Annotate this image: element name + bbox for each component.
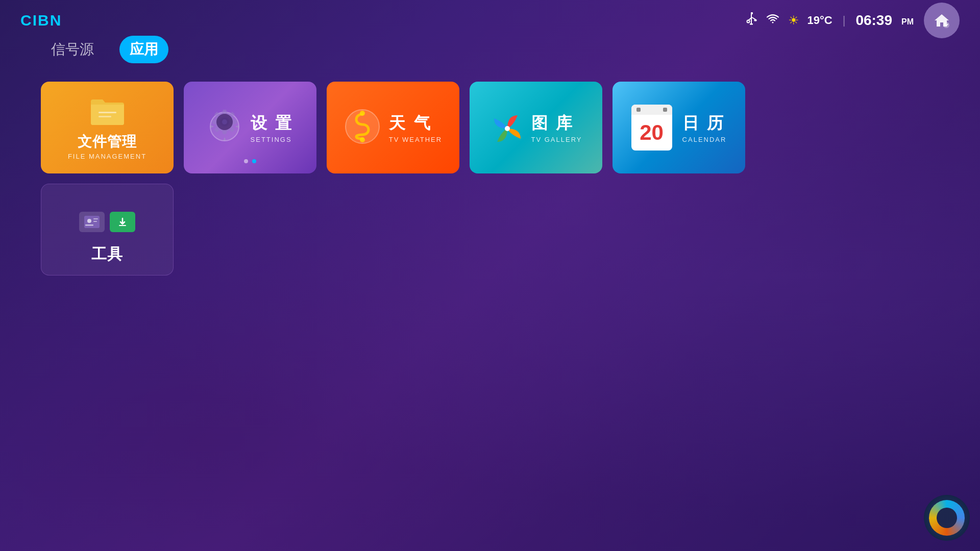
temperature-display: 19°C bbox=[807, 14, 832, 27]
wifi-icon bbox=[766, 13, 780, 28]
tools-label-cn: 工具 bbox=[41, 244, 173, 265]
nav-tab-source[interactable]: 信号源 bbox=[41, 36, 104, 63]
app-tile-settings[interactable]: 设 置 SETTINGS bbox=[184, 82, 316, 173]
weather-label-cn: 天 气 bbox=[389, 112, 442, 135]
dot-1 bbox=[244, 159, 248, 163]
watermark-ring bbox=[929, 500, 965, 536]
app-tile-calendar[interactable]: 20 日 历 CALENDAR bbox=[612, 82, 745, 173]
nav-tab-apps[interactable]: 应用 bbox=[119, 36, 168, 63]
calendar-label-cn: 日 历 bbox=[682, 112, 727, 135]
svg-point-18 bbox=[505, 126, 510, 131]
gallery-label-cn: 图 库 bbox=[531, 112, 582, 135]
svg-rect-21 bbox=[85, 224, 93, 226]
svg-rect-22 bbox=[93, 218, 98, 219]
file-management-label-cn: 文件管理 bbox=[78, 132, 137, 152]
svg-point-17 bbox=[360, 137, 365, 142]
svg-rect-6 bbox=[751, 20, 752, 23]
settings-pagination bbox=[244, 159, 256, 163]
weather-logo-icon bbox=[344, 108, 381, 147]
svg-point-16 bbox=[360, 111, 365, 116]
weather-label-en: TV WEATHER bbox=[389, 136, 442, 143]
calendar-content: 20 日 历 CALENDAR bbox=[631, 105, 727, 151]
svg-point-20 bbox=[87, 219, 91, 223]
svg-line-4 bbox=[752, 17, 755, 19]
settings-label-cn: 设 置 bbox=[251, 112, 294, 135]
file-folder-icon bbox=[88, 95, 127, 128]
app-tile-weather[interactable]: 天 气 TV WEATHER bbox=[327, 82, 459, 173]
weather-content: 天 气 TV WEATHER bbox=[344, 108, 442, 147]
app-tile-file-management[interactable]: 文件管理 FILE MANAGEMENT bbox=[41, 82, 174, 173]
time-separator: | bbox=[843, 14, 846, 27]
gallery-pinwheel-icon bbox=[490, 111, 523, 144]
sun-icon: ☀ bbox=[788, 13, 799, 28]
time-period: PM bbox=[901, 17, 914, 27]
svg-rect-10 bbox=[99, 116, 111, 117]
status-bar: ☀ 19°C | 06:39 PM bbox=[746, 12, 914, 29]
app-tile-gallery[interactable]: 图 库 TV GALLERY bbox=[470, 82, 602, 173]
header-right: ☀ 19°C | 06:39 PM bbox=[746, 3, 960, 38]
svg-rect-25 bbox=[119, 225, 126, 226]
svg-point-8 bbox=[943, 22, 949, 28]
calendar-ring-right bbox=[663, 108, 667, 112]
app-tile-tools[interactable]: 工具 bbox=[41, 184, 174, 276]
header-left: CIBN bbox=[20, 12, 62, 29]
nav-tabs: 信号源 应用 bbox=[41, 36, 168, 63]
calendar-text: 日 历 CALENDAR bbox=[682, 112, 727, 143]
svg-rect-0 bbox=[751, 12, 753, 14]
tools-icons-row bbox=[79, 212, 135, 232]
usb-icon bbox=[746, 12, 757, 29]
watermark bbox=[924, 495, 970, 541]
apps-grid: 文件管理 FILE MANAGEMENT bbox=[41, 82, 939, 276]
contact-icon bbox=[79, 212, 105, 232]
time-display: 06:39 bbox=[855, 12, 892, 29]
home-button[interactable] bbox=[924, 3, 960, 38]
svg-rect-5 bbox=[754, 19, 756, 21]
calendar-rings bbox=[631, 105, 672, 115]
watermark-center bbox=[937, 508, 957, 528]
gallery-content: 图 库 TV GALLERY bbox=[490, 111, 582, 144]
dot-2 bbox=[252, 159, 256, 163]
calendar-label-en: CALENDAR bbox=[682, 136, 727, 143]
apps-row-1: 文件管理 FILE MANAGEMENT bbox=[41, 82, 939, 173]
weather-text: 天 气 TV WEATHER bbox=[389, 112, 442, 143]
svg-point-14 bbox=[222, 119, 227, 124]
apps-row-2: 工具 bbox=[41, 184, 939, 276]
calendar-ring-left bbox=[636, 108, 641, 112]
header: CIBN bbox=[0, 0, 980, 41]
svg-point-3 bbox=[747, 20, 749, 23]
calendar-icon: 20 bbox=[631, 105, 672, 151]
brand-logo: CIBN bbox=[20, 12, 62, 29]
calendar-date-number: 20 bbox=[631, 115, 672, 151]
settings-label-en: SETTINGS bbox=[251, 136, 294, 143]
svg-rect-23 bbox=[93, 221, 97, 222]
svg-rect-7 bbox=[750, 23, 753, 25]
settings-text: 设 置 SETTINGS bbox=[251, 112, 294, 143]
settings-content: 设 置 SETTINGS bbox=[207, 109, 294, 146]
download-icon bbox=[110, 212, 135, 232]
svg-rect-19 bbox=[84, 216, 100, 228]
svg-rect-9 bbox=[99, 112, 116, 113]
file-management-label-en: FILE MANAGEMENT bbox=[68, 153, 146, 160]
gallery-text: 图 库 TV GALLERY bbox=[531, 112, 582, 143]
settings-gear-icon bbox=[207, 109, 242, 146]
gallery-label-en: TV GALLERY bbox=[531, 136, 582, 143]
